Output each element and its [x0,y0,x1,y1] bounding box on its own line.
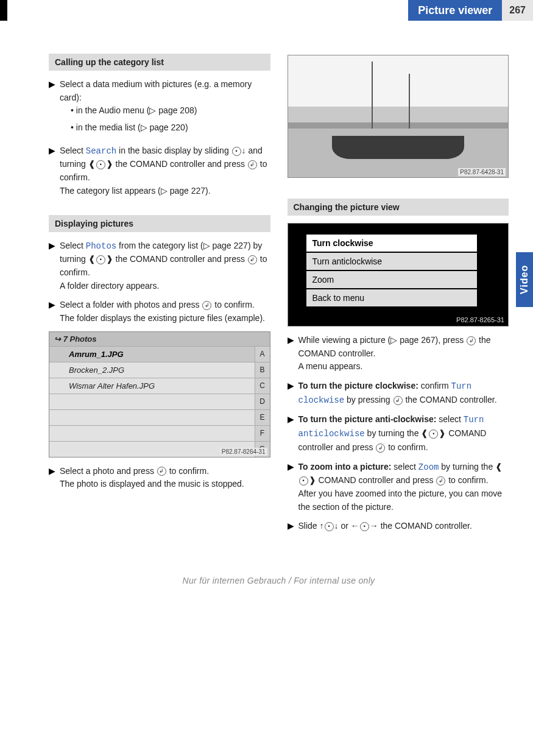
right-column: P82.87-6428-31 Changing the picture view… [288,51,509,539]
bold-label: To turn the picture anti-clockwise: [298,414,437,424]
footer-note: Nur für internen Gebrauch / For internal… [49,576,509,585]
page-ref: page 227 [203,241,248,250]
page-ref: page 227 [161,186,205,196]
heading-displaying: Displaying pictures [49,215,270,232]
press-icon: ↲ [202,301,211,310]
figure-id: P82.87-8264-31 [220,448,267,456]
left-column: Calling up the category list ▶ Select a … [49,51,270,539]
step: ▶ Select Photos from the category list (… [49,239,270,293]
side-tab-video: Video [516,252,533,307]
figure-id: P82.87-6428-31 [458,168,506,176]
press-icon: ↲ [248,255,257,264]
page-ref: page 267 [390,335,435,345]
menu-term: Search [86,146,116,156]
page-ref: page 208 [149,105,194,115]
press-icon: ↲ [157,467,166,476]
screenshot-file-list: ↪ 7 Photos Amrum_1.JPGA Brocken_2.JPGB W… [49,331,270,457]
bullet: in the Audio menu (page 208) [71,104,270,118]
press-icon: ↲ [376,443,385,453]
press-icon: ↲ [436,476,445,486]
figure-id: P82.87-8265-31 [456,316,504,323]
text: The folder displays the existing picture… [60,313,265,323]
heading-change-view: Changing the picture view [288,199,509,216]
controller-icon [232,147,241,156]
step: ▶ To turn the picture anti-clockwise: se… [288,413,509,454]
controller-icon [360,522,369,531]
menu-item: Turn anticlockwise [306,253,477,271]
screenshot-menu: Turn clockwise Turn anticlockwise Zoom B… [288,223,509,327]
header-title: Picture viewer [408,0,502,21]
list-item: E [49,409,270,425]
step: ▶ Select a photo and press ↲ to confirm.… [49,465,270,491]
header-accent [0,0,7,21]
controller-icon [96,255,105,264]
list-item: Brocken_2.JPGB [49,362,270,378]
list-item: Wismar Alter Hafen.JPGC [49,378,270,394]
controller-icon [299,476,308,486]
text: After you have zoomed into the picture, … [298,489,503,512]
text: A menu appears. [298,361,363,371]
step: ▶ Select Search in the basic display by … [49,144,270,198]
harbor-image [288,55,509,177]
page-ref: page 220 [141,122,185,132]
list-item: Amrum_1.JPGA [49,346,270,362]
bullet: in the media list (page 220) [71,121,270,135]
press-icon: ↲ [467,336,476,345]
menu-item: Turn clockwise [306,235,477,253]
press-icon: ↲ [394,396,403,405]
step: ▶ Slide ↑↓ or ←→ the COMAND control­ler. [288,520,509,533]
text: A folder directory appears. [60,281,159,291]
header-bar: Picture viewer 267 [0,0,533,21]
step: ▶ To turn the picture clockwise: confirm… [288,380,509,407]
list-item: F [49,425,270,441]
page-number: 267 [502,0,533,21]
controller-icon [96,160,105,169]
step: ▶ Select a data medium with pictures (e.… [49,78,270,138]
menu-term: Photos [86,241,116,251]
text: The photo is displayed and the music is … [60,479,244,489]
list-item: D [49,394,270,409]
controller-icon [429,429,438,439]
screenshot-photo: P82.87-6428-31 [288,55,509,178]
text: Select a data medium with pictures (e.g.… [60,79,252,102]
step: ▶ Select a folder with photos and press … [49,299,270,325]
bold-label: To zoom into a picture: [298,462,392,472]
press-icon: ↲ [248,160,257,169]
step: ▶ While viewing a picture (page 267), pr… [288,334,509,373]
controller-icon [325,522,334,531]
bold-label: To turn the picture clockwise: [298,381,418,390]
menu-item: Back to menu [306,289,477,308]
menu-term: Zoom [418,462,439,472]
menu-item: Zoom [306,271,477,289]
heading-category-list: Calling up the category list [49,54,270,71]
step: ▶ To zoom into a picture: select Zoom by… [288,461,509,514]
